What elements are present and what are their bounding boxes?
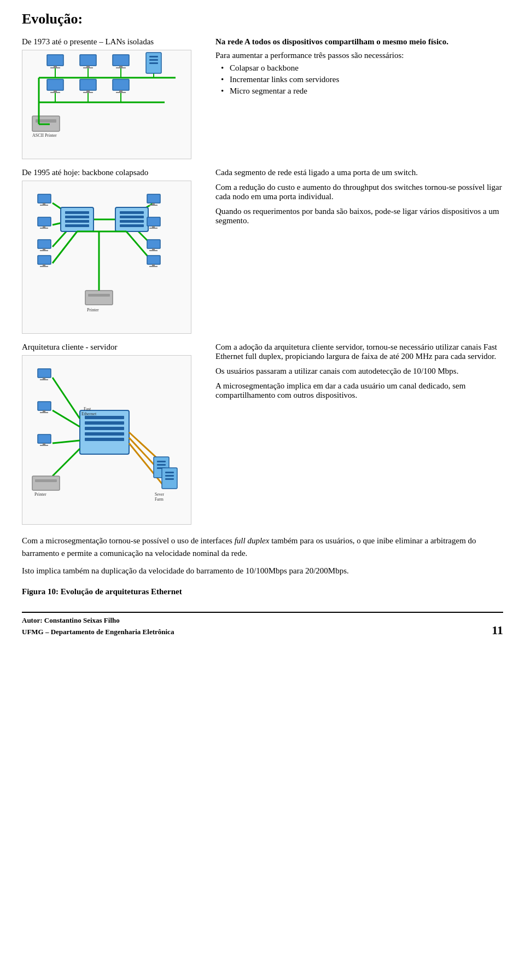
svg-text:Printer: Printer [34, 492, 46, 497]
bottom-text: Com a microsegmentação tornou-se possíve… [22, 535, 503, 577]
svg-rect-65 [149, 228, 158, 229]
page-title: Evolução: [22, 11, 503, 27]
svg-rect-71 [147, 240, 160, 248]
section1-right: Na rede A todos os dispositivos comparti… [215, 37, 503, 159]
svg-rect-16 [149, 59, 158, 61]
svg-rect-49 [115, 207, 148, 231]
bullet-2: Incrementar links com servidores [221, 75, 503, 84]
svg-rect-99 [40, 379, 48, 380]
svg-rect-47 [65, 220, 89, 223]
svg-rect-90 [85, 438, 124, 441]
section1-left-label: De 1973 até o presente – LANs isoladas [22, 37, 202, 47]
svg-rect-81 [88, 294, 110, 297]
svg-rect-104 [43, 443, 45, 445]
svg-rect-87 [85, 421, 124, 425]
svg-rect-60 [147, 194, 160, 203]
section2-right-para1: Cada segmento de rede está ligado a uma … [215, 168, 503, 177]
section2-right-para2: Com a redução do custo e aumento do thro… [215, 183, 503, 201]
svg-rect-69 [43, 248, 45, 250]
svg-rect-24 [50, 92, 60, 93]
footer: Autor: Constantino Seixas Filho UFMG – D… [22, 612, 503, 638]
svg-rect-106 [32, 476, 60, 490]
svg-rect-100 [38, 402, 51, 410]
svg-text:Ethernet: Ethernet [81, 411, 97, 416]
svg-rect-89 [85, 432, 124, 436]
svg-rect-74 [38, 256, 51, 264]
svg-rect-113 [157, 461, 166, 462]
section3-right-para1: Com a adoção da arquitetura cliente serv… [215, 343, 503, 361]
section2-right: Cada segmento de rede está ligado a uma … [215, 168, 503, 334]
svg-rect-46 [65, 216, 89, 218]
svg-rect-52 [120, 220, 144, 223]
svg-rect-27 [83, 92, 93, 93]
svg-rect-53 [120, 224, 144, 227]
svg-rect-78 [152, 264, 155, 266]
svg-rect-77 [147, 256, 160, 264]
svg-rect-70 [40, 250, 48, 251]
svg-rect-75 [43, 264, 45, 266]
svg-rect-8 [80, 55, 96, 66]
svg-rect-88 [85, 427, 124, 430]
svg-rect-11 [113, 55, 129, 66]
svg-rect-61 [152, 203, 155, 205]
svg-line-66 [52, 231, 77, 263]
svg-text:Sever: Sever [155, 492, 165, 497]
bottom-para2: Isto implica também na duplicação da vel… [22, 565, 503, 577]
svg-rect-63 [147, 217, 160, 226]
section1-right-para: Para aumentar a performance três passos … [215, 51, 503, 60]
svg-rect-9 [86, 66, 90, 67]
svg-text:Printer: Printer [87, 308, 99, 312]
svg-rect-22 [47, 79, 63, 90]
svg-rect-6 [54, 66, 57, 67]
svg-line-96 [52, 449, 80, 476]
svg-rect-119 [165, 478, 174, 480]
section3-right: Com a adoção da arquitetura cliente serv… [215, 343, 503, 525]
section1-left: De 1973 até o presente – LANs isoladas [22, 37, 202, 159]
svg-rect-59 [40, 228, 48, 229]
svg-text:Farm: Farm [155, 497, 164, 502]
svg-text:Fast: Fast [84, 407, 91, 411]
svg-rect-15 [149, 56, 158, 57]
svg-rect-102 [40, 412, 48, 413]
svg-rect-12 [119, 66, 122, 67]
section2-right-para3: Quando os requerimentos por banda são ba… [215, 207, 503, 225]
svg-rect-117 [165, 472, 174, 473]
footer-left: Autor: Constantino Seixas Filho UFMG – D… [22, 615, 174, 638]
section1-bullets: Colapsar o backbone Incrementar links co… [215, 63, 503, 96]
svg-rect-48 [65, 224, 89, 227]
svg-rect-103 [38, 434, 51, 443]
svg-rect-72 [152, 248, 155, 250]
svg-rect-7 [50, 67, 60, 68]
diagram-backbone-colapsado: Printer [22, 181, 191, 334]
footer-page: 11 [492, 623, 503, 637]
svg-rect-80 [85, 291, 113, 305]
svg-text:ASCII Printer: ASCII Printer [32, 133, 57, 138]
svg-rect-73 [149, 250, 158, 251]
svg-rect-45 [65, 211, 89, 214]
svg-rect-79 [149, 266, 158, 267]
bullet-3: Micro segmentar a rede [221, 86, 503, 96]
svg-rect-17 [149, 62, 158, 64]
section2-left: De 1995 até hoje: backbone colapsado [22, 168, 202, 334]
bottom-para1: Com a microsegmentação tornou-se possíve… [22, 535, 503, 560]
bullet-1: Colapsar o backbone [221, 63, 503, 73]
italic-full-duplex: full duplex [235, 536, 270, 545]
svg-rect-101 [43, 410, 45, 412]
svg-rect-25 [80, 79, 96, 90]
svg-rect-54 [38, 194, 51, 203]
diagram-lans-isoladas: ASCII Printer [22, 50, 191, 159]
svg-rect-55 [43, 203, 45, 205]
svg-rect-26 [86, 90, 90, 92]
svg-rect-10 [83, 67, 93, 68]
svg-rect-118 [165, 475, 174, 477]
svg-rect-62 [149, 205, 158, 206]
section2-left-label: De 1995 até hoje: backbone colapsado [22, 168, 202, 177]
svg-rect-5 [47, 55, 63, 66]
svg-rect-51 [120, 216, 144, 218]
section3-left: Arquitetura cliente - servidor Fast Ethe… [22, 343, 202, 525]
svg-rect-58 [43, 226, 45, 228]
svg-rect-13 [116, 67, 126, 68]
svg-rect-23 [54, 90, 57, 92]
section3-right-para3: A microsegmentação implica em dar a cada… [215, 381, 503, 400]
svg-rect-50 [120, 211, 144, 214]
